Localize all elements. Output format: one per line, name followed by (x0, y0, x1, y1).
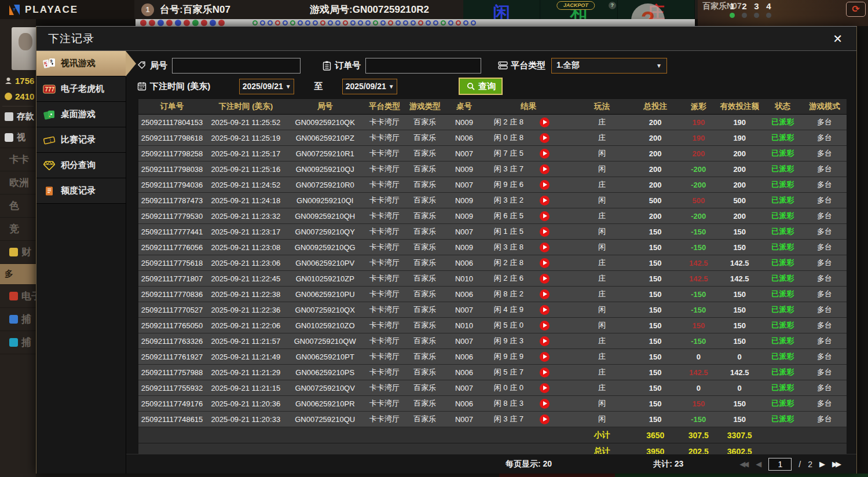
result-score: 闲 2 庄 8 (484, 258, 534, 268)
last-page-icon[interactable]: ▶▶ (832, 460, 841, 468)
cell-game-type: 百家乐 (405, 146, 445, 161)
camera-tab-number: 2 (742, 1, 747, 11)
tab-额度记录[interactable]: 额度记录 (36, 178, 126, 204)
bead-icon (140, 20, 147, 26)
bead-outline-icon (283, 20, 288, 25)
play-video-icon[interactable] (540, 227, 550, 237)
sidebar-item-label: 财 (21, 245, 31, 259)
bead-outline-icon (388, 20, 393, 25)
cell-status: 已派彩 (763, 240, 803, 255)
play-video-icon[interactable] (540, 196, 550, 206)
cell-total-bet: 150 (630, 318, 681, 333)
play-video-icon[interactable] (540, 305, 550, 315)
play-video-icon[interactable] (540, 321, 550, 331)
background-menu: 视卡卡欧洲色竞财多电子捕捕 (0, 127, 36, 354)
modal-tab-column: K9视讯游戏777电子老虎机桌面游戏比赛记录积分查询额度记录 (36, 51, 126, 474)
cell-status: 已派彩 (763, 146, 803, 161)
cell-order-number: 250921117776056 (138, 240, 206, 255)
cell-table-number: N009 (445, 115, 484, 130)
date-from-picker[interactable]: 2025/09/21 ▼ (239, 79, 294, 94)
play-video-icon[interactable] (540, 243, 550, 252)
cell-valid-bet: 190 (716, 130, 763, 145)
tab-视讯游戏[interactable]: K9视讯游戏 (36, 51, 126, 76)
modal-content: 局号 订单号 (126, 51, 856, 474)
play-video-icon[interactable] (540, 258, 550, 268)
cell-total-bet: 150 (630, 302, 681, 317)
chevron-down-icon: ▼ (285, 83, 291, 90)
subtotal-row-bet: 3650 (630, 427, 681, 443)
table-row: 2509211177980382025-09-21 11:25:16GN0092… (138, 162, 847, 177)
cell-game-mode: 多台 (803, 115, 847, 130)
cell-total-bet: 200 (630, 177, 681, 192)
cell-payout: 142.5 (681, 271, 716, 286)
close-icon[interactable]: ✕ (830, 32, 845, 46)
play-video-icon[interactable] (540, 118, 550, 127)
table-row: 2509211177795302025-09-21 11:23:32GN0092… (138, 208, 847, 224)
play-video-icon[interactable] (540, 336, 550, 346)
play-video-icon[interactable] (540, 368, 550, 377)
cell-platform-type: 卡卡湾厅 (364, 287, 405, 302)
column-header: 总投注 (630, 99, 681, 114)
cell-payout: 190 (681, 115, 716, 130)
play-video-icon[interactable] (540, 289, 550, 299)
round-number-input[interactable] (172, 58, 301, 74)
column-header: 平台类型 (364, 99, 405, 114)
play-video-icon[interactable] (540, 133, 550, 143)
play-video-icon[interactable] (540, 164, 550, 174)
cell-payout: -150 (681, 412, 716, 427)
bead-icon (149, 20, 155, 26)
bead-outline-icon (320, 20, 325, 25)
cell-bet-time: 2025-09-21 11:23:32 (206, 208, 285, 223)
play-video-icon[interactable] (540, 352, 550, 362)
play-video-icon[interactable] (540, 149, 550, 159)
cell-game-type: 百家乐 (405, 193, 445, 208)
page-number-input[interactable] (768, 458, 792, 471)
cell-game-type: 百家乐 (405, 208, 445, 223)
cell-valid-bet: 200 (716, 208, 763, 223)
cell-status: 已派彩 (763, 396, 803, 411)
search-button[interactable]: 查询 (459, 78, 503, 95)
pagination: ◀◀ ◀ / 2 ▶ ▶▶ (739, 458, 841, 471)
first-page-icon[interactable]: ◀◀ (739, 460, 749, 468)
next-page-icon[interactable]: ▶ (819, 460, 825, 468)
modal-title-bar: 下注记录 ✕ (36, 27, 856, 51)
cell-empty (364, 427, 405, 443)
play-video-icon[interactable] (540, 211, 550, 221)
cell-order-number: 250921117798038 (138, 162, 206, 177)
cell-empty (285, 427, 364, 443)
play-video-icon[interactable] (540, 383, 550, 393)
play-video-icon[interactable] (540, 274, 550, 284)
cell-bet-time: 2025-09-21 11:25:17 (206, 146, 285, 161)
bead-outline-icon (365, 20, 371, 25)
cell-round-number: GN007259210QV (285, 380, 364, 395)
clipboard-icon (321, 60, 332, 71)
list-icon (497, 60, 508, 71)
platform-type-select[interactable]: 1.全部 ▼ (551, 58, 667, 74)
cell-payout: 0 (681, 349, 716, 364)
cell-empty (763, 427, 803, 443)
order-number-input[interactable] (365, 58, 481, 74)
play-video-icon[interactable] (540, 399, 550, 409)
cell-table-number: N006 (445, 349, 484, 364)
play-video-icon[interactable] (540, 414, 550, 424)
cell-status: 已派彩 (763, 115, 803, 130)
cell-status: 已派彩 (763, 271, 803, 286)
tab-积分查询[interactable]: 积分查询 (36, 153, 126, 178)
cell-bet-time: 2025-09-21 11:22:36 (206, 302, 285, 317)
background-sidebar: 1756 2410 视 存款 视卡卡欧洲色竞财多电子捕捕 (0, 19, 36, 477)
camera-tab: 4 (766, 1, 771, 18)
play-video-icon[interactable] (540, 180, 550, 190)
platform-selected-value: 1.全部 (556, 60, 580, 71)
tab-比赛记录[interactable]: 比赛记录 (36, 127, 126, 153)
date-to-picker[interactable]: 2025/09/21 ▼ (342, 79, 397, 94)
cell-round-number: GN006259210PS (285, 365, 364, 380)
cell-play-type: 闲 (574, 302, 630, 317)
tab-桌面游戏[interactable]: 桌面游戏 (36, 102, 126, 127)
tab-电子老虎机[interactable]: 777电子老虎机 (36, 76, 126, 102)
prev-page-icon[interactable]: ◀ (756, 460, 761, 468)
cell-payout: -150 (681, 240, 716, 255)
table-row: 2509211177982582025-09-21 11:25:17GN0072… (138, 146, 847, 162)
cell-platform-type: 卡卡湾厅 (364, 193, 405, 208)
table-row: 2509211177708362025-09-21 11:22:38GN0062… (138, 287, 847, 302)
bead-outline-icon (441, 20, 446, 25)
